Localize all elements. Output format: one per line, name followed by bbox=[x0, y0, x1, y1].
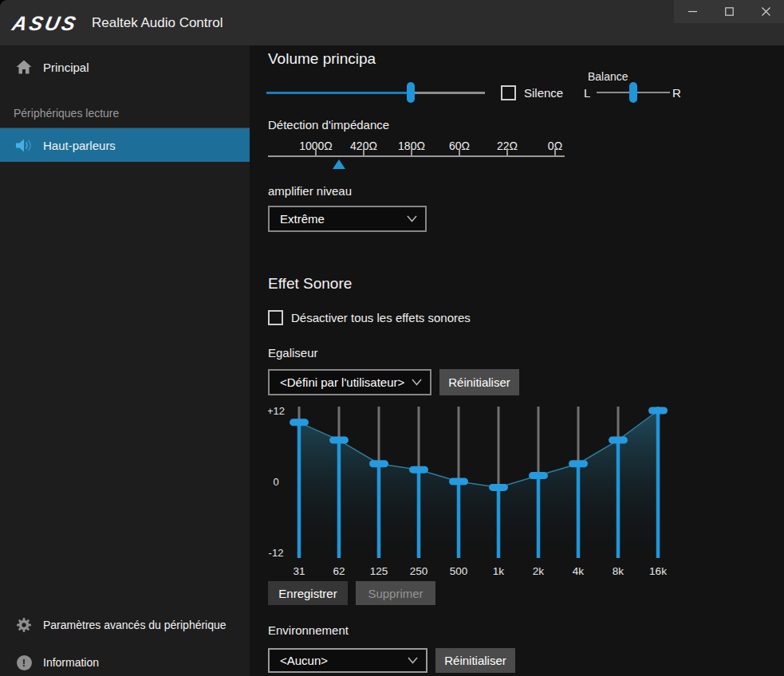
silence-label: Silence bbox=[524, 86, 563, 100]
eq-thumb-4k[interactable] bbox=[569, 460, 588, 467]
sidebar-item-principal[interactable]: Principal bbox=[0, 50, 250, 84]
minimize-icon bbox=[688, 7, 697, 16]
volume-slider[interactable] bbox=[266, 82, 485, 103]
equalizer-preset-value: <Défini par l'utilisateur> bbox=[280, 375, 404, 389]
sidebar-item-advanced-settings[interactable]: Paramètres avancés du périphérique bbox=[0, 608, 250, 642]
sidebar-item-label: Haut-parleurs bbox=[43, 139, 116, 152]
eq-ytick-label: 0 bbox=[273, 476, 278, 488]
chevron-down-icon bbox=[407, 215, 417, 222]
speaker-icon bbox=[14, 138, 33, 153]
disable-effects-label: Désactiver tous les effets sonores bbox=[291, 311, 471, 324]
sidebar-item-label: Information bbox=[43, 656, 99, 669]
environment-label: Environnement bbox=[268, 623, 349, 637]
impedance-title: Détection d'impédance bbox=[268, 118, 389, 132]
eq-thumb-1k[interactable] bbox=[489, 484, 508, 491]
eq-band-label: 31 bbox=[293, 565, 305, 577]
eq-band-label: 8k bbox=[613, 565, 624, 577]
close-button[interactable] bbox=[747, 0, 784, 23]
maximize-icon bbox=[725, 7, 734, 16]
equalizer-reset-button[interactable]: Réinitialiser bbox=[439, 369, 519, 395]
volume-slider-fill bbox=[266, 92, 411, 94]
impedance-tick bbox=[459, 148, 460, 155]
amplifier-dropdown-value: Extrême bbox=[280, 212, 325, 226]
amplifier-label: amplifier niveau bbox=[268, 184, 352, 198]
app-window: ASUS Realtek Audio Control Principal Pér… bbox=[0, 0, 784, 676]
impedance-tick bbox=[363, 148, 364, 155]
app-title: Realtek Audio Control bbox=[92, 0, 223, 45]
balance-slider[interactable] bbox=[597, 82, 670, 103]
environment-dropdown-value: <Aucun> bbox=[280, 654, 328, 667]
sidebar-item-label: Principal bbox=[43, 61, 89, 74]
gear-icon bbox=[14, 617, 33, 633]
impedance-scale: 1000Ω420Ω180Ω60Ω22Ω0Ω bbox=[268, 140, 565, 172]
eq-thumb-500[interactable] bbox=[449, 478, 468, 485]
environment-dropdown[interactable]: <Aucun> bbox=[268, 648, 427, 673]
silence-checkbox[interactable] bbox=[501, 85, 516, 100]
eq-band-label: 1k bbox=[493, 565, 505, 577]
balance-slider-thumb[interactable] bbox=[629, 82, 637, 103]
eq-band-label: 2k bbox=[533, 565, 545, 577]
eq-band-label: 62 bbox=[333, 565, 345, 577]
balance-right-label: R bbox=[672, 86, 681, 100]
impedance-tick bbox=[315, 148, 317, 155]
chevron-down-icon bbox=[412, 379, 422, 386]
sidebar-section-label: Périphériques lecture bbox=[14, 107, 119, 120]
equalizer-delete-button[interactable]: Supprimer bbox=[356, 581, 435, 605]
volume-slider-thumb[interactable] bbox=[407, 82, 415, 103]
eq-thumb-62[interactable] bbox=[329, 437, 349, 444]
eq-band-label: 125 bbox=[370, 565, 388, 577]
home-icon bbox=[14, 60, 33, 74]
eq-thumb-8k[interactable] bbox=[609, 437, 628, 444]
equalizer-save-button[interactable]: Enregistrer bbox=[268, 581, 348, 605]
environment-reset-button[interactable]: Réinitialiser bbox=[435, 648, 515, 673]
effects-section-title: Effet Sonore bbox=[268, 275, 352, 293]
close-icon bbox=[762, 7, 770, 16]
balance-label: Balance bbox=[588, 70, 628, 83]
balance-left-label: L bbox=[584, 86, 590, 100]
impedance-marker bbox=[333, 159, 345, 169]
sidebar-item-label: Paramètres avancés du périphérique bbox=[43, 619, 227, 631]
asus-logo: ASUS bbox=[10, 10, 81, 36]
amplifier-dropdown[interactable]: Extrême bbox=[268, 206, 427, 232]
maximize-button[interactable] bbox=[711, 0, 747, 23]
info-icon: ! bbox=[14, 655, 33, 670]
eq-thumb-250[interactable] bbox=[409, 466, 428, 474]
sidebar-item-haut-parleurs[interactable]: Haut-parleurs bbox=[0, 128, 250, 162]
eq-thumb-31[interactable] bbox=[290, 419, 309, 426]
equalizer-preset-dropdown[interactable]: <Défini par l'utilisateur> bbox=[268, 369, 431, 395]
eq-ytick-label: -12 bbox=[269, 547, 284, 559]
eq-band-label: 4k bbox=[573, 565, 585, 577]
impedance-tick bbox=[554, 148, 556, 155]
chevron-down-icon bbox=[408, 657, 418, 664]
equalizer-svg: 31621252505001k2k4k8k16k+120-12 bbox=[268, 403, 705, 581]
impedance-tick bbox=[506, 148, 508, 155]
equalizer-label: Egaliseur bbox=[268, 346, 318, 360]
sidebar-item-information[interactable]: ! Information bbox=[0, 646, 250, 676]
window-controls bbox=[674, 0, 784, 23]
impedance-tick bbox=[411, 148, 412, 155]
eq-band-label: 250 bbox=[410, 565, 428, 577]
eq-thumb-16k[interactable] bbox=[648, 407, 668, 415]
eq-band-label: 500 bbox=[450, 565, 468, 577]
eq-thumb-2k[interactable] bbox=[529, 472, 548, 479]
sidebar: Principal Périphériques lecture Haut-par… bbox=[0, 45, 250, 676]
impedance-axis-line bbox=[268, 155, 565, 157]
equalizer-chart: 31621252505001k2k4k8k16k+120-12 bbox=[268, 403, 705, 581]
eq-ytick-label: +12 bbox=[268, 405, 285, 417]
disable-effects-checkbox[interactable] bbox=[268, 310, 283, 325]
eq-thumb-125[interactable] bbox=[369, 460, 388, 467]
eq-band-label: 16k bbox=[649, 565, 667, 577]
minimize-button[interactable] bbox=[674, 0, 711, 23]
titlebar: ASUS Realtek Audio Control bbox=[0, 0, 784, 45]
volume-section-title: Volume principa bbox=[268, 50, 376, 68]
